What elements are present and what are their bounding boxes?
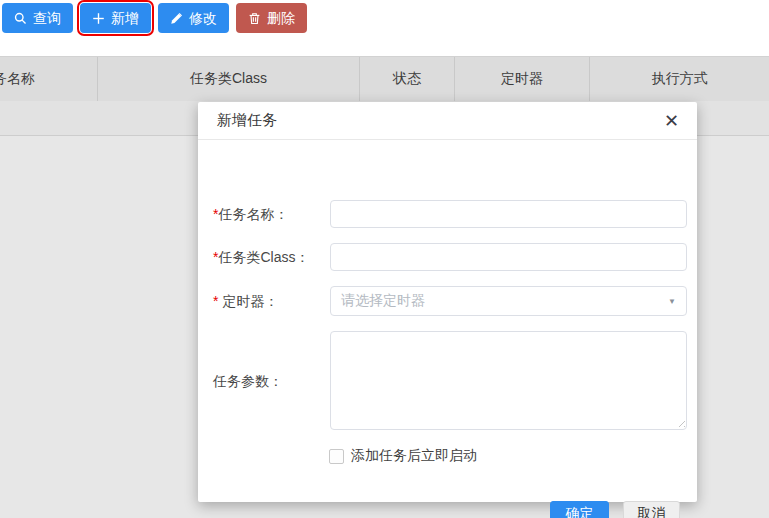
timer-select[interactable]: 请选择定时器 ▼ [330, 286, 687, 316]
cancel-button[interactable]: 取消 [623, 501, 680, 518]
task-class-input[interactable] [330, 243, 687, 271]
query-button[interactable]: 查询 [2, 3, 73, 33]
task-params-textarea[interactable] [330, 331, 687, 430]
start-immediately-checkbox[interactable] [329, 449, 344, 464]
required-asterisk: * [213, 293, 218, 309]
task-params-label: 任务参数： [213, 373, 283, 391]
search-icon [14, 12, 27, 25]
timer-select-placeholder: 请选择定时器 [341, 292, 668, 310]
plus-icon [92, 12, 105, 25]
toolbar: 查询 新增 修改 删除 [0, 0, 769, 56]
chevron-down-icon: ▼ [668, 297, 676, 306]
confirm-button[interactable]: 确定 [550, 501, 609, 518]
close-icon: ✕ [664, 111, 679, 131]
add-task-modal: 新增任务 ✕ *任务名称： *任务类Class： *定时器： 请选择定时器 ▼ … [198, 102, 697, 502]
column-header-task-class: 任务类Class [98, 57, 360, 101]
column-header-exec-mode: 执行方式 [590, 57, 769, 101]
edit-button-label: 修改 [189, 11, 217, 25]
task-params-field [330, 331, 687, 430]
query-button-label: 查询 [33, 11, 61, 25]
delete-button-label: 删除 [267, 11, 295, 25]
modal-header: 新增任务 ✕ [198, 102, 697, 140]
modal-title: 新增任务 [217, 111, 277, 130]
table-header: 务名称 任务类Class 状态 定时器 执行方式 [0, 56, 769, 101]
task-class-label: *任务类Class： [213, 249, 309, 267]
add-button[interactable]: 新增 [80, 3, 151, 33]
task-name-label: *任务名称： [213, 206, 288, 224]
column-header-task-name: 务名称 [0, 57, 98, 101]
start-immediately-label[interactable]: 添加任务后立即启动 [351, 447, 477, 465]
task-name-input[interactable] [330, 200, 687, 228]
timer-label: *定时器： [213, 293, 278, 311]
column-header-status: 状态 [360, 57, 455, 101]
delete-button[interactable]: 删除 [236, 3, 307, 33]
column-header-timer: 定时器 [455, 57, 590, 101]
trash-icon [248, 12, 261, 25]
close-button[interactable]: ✕ [664, 112, 679, 130]
add-button-label: 新增 [111, 11, 139, 25]
edit-icon [170, 12, 183, 25]
start-immediately-row: 添加任务后立即启动 [329, 447, 477, 465]
modal-body: *任务名称： *任务类Class： *定时器： 请选择定时器 ▼ 任务参数： 添… [198, 140, 697, 502]
edit-button[interactable]: 修改 [158, 3, 229, 33]
